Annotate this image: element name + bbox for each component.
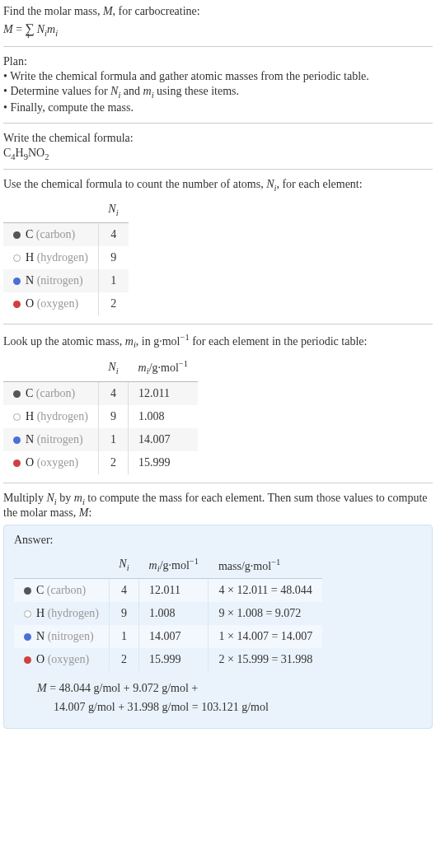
th-Ni: i [116,366,119,376]
mul-N: N [47,492,54,504]
cell-n: 1 [98,428,128,451]
hydrogen-dot-icon [24,610,31,618]
carbon-dot-icon [24,587,31,595]
multiply-heading: Multiply Ni by mi to compute the mass fo… [3,492,433,520]
table-row: O (oxygen) 2 [3,292,129,315]
mul-M: M [79,506,89,519]
chemical-formula: C4H9NO2 [3,147,433,161]
table-row: H (hydrogen) 9 1.008 9 × 1.008 = 9.072 [14,602,322,625]
eq-m: m [47,23,55,35]
oxygen-dot-icon [13,460,21,467]
final-equation: M = 48.044 g/mol + 9.072 g/mol + 14.007 … [37,679,422,716]
name-c: (carbon) [33,228,75,240]
mass-h-c: for each element in the periodic table: [190,335,368,348]
mass-h-exp: −1 [180,333,189,342]
cell-mass: 1 × 14.007 = 14.007 [209,625,322,648]
cell-m: 1.008 [139,602,209,625]
f-c: C [3,147,11,159]
table-row: N (nitrogen) 1 [3,269,129,292]
th-mass: mass/g·mol−1 [209,552,322,579]
oxygen-dot-icon [13,301,21,308]
answer-box: Answer: Ni mi/g·mol−1 mass/g·mol−1 C (ca… [3,525,433,729]
sym-c: C [26,387,33,399]
final-b: = 48.044 g/mol + 9.072 g/mol + [47,682,199,694]
intro-equation: M = ∑iNimi [3,21,433,38]
multiply-section: Multiply Ni by mi to compute the mass fo… [3,492,433,729]
th-ni: Ni [98,354,128,381]
cell-n: 2 [98,451,128,474]
mass-h-m: m [125,335,134,348]
name-o: (oxygen) [34,456,78,469]
count-h-N: N [266,178,274,190]
ath-N: N [119,558,126,570]
mass-h-b: , in g·mol [136,335,180,348]
th-mi: mi/g·mol−1 [129,354,198,381]
count-h-b: , for each element: [276,178,362,190]
count-heading: Use the chemical formula to count the nu… [3,178,433,193]
atom-count-table: Ni C (carbon) 4 H (hydrogen) 9 N (nitrog… [3,198,129,315]
cell-mass: 2 × 15.999 = 31.998 [209,648,322,671]
final-M: M [37,682,47,694]
f-h: H [16,147,24,159]
cell-n: 4 [98,222,128,246]
th-empty [14,552,109,579]
divider [3,46,433,47]
table-row: N (nitrogen) 1 14.007 [3,428,198,451]
mass-heading: Look up the atomic mass, mi, in g·mol−1 … [3,333,433,349]
cell-elem: C (carbon) [3,381,98,405]
hydrogen-dot-icon [13,254,21,262]
ath-munit: /g·mol [160,558,190,571]
nitrogen-dot-icon [13,278,21,285]
th-m: m [138,362,147,374]
sym-h: H [26,410,34,422]
ath-Ni: i [127,563,129,572]
plan2-a: • Determine values for [3,85,110,97]
plan2-c: using these items. [154,85,239,97]
cell-n: 9 [98,405,128,428]
mass-section: Look up the atomic mass, mi, in g·mol−1 … [3,333,433,474]
f-n: N [28,147,36,159]
cell-elem: C (carbon) [3,222,98,246]
name-c: (carbon) [33,387,75,399]
cell-n: 2 [109,648,138,671]
intro-line: Find the molar mass, M, for carbocreatin… [3,5,433,18]
cell-m: 1.008 [129,405,198,428]
cell-n: 9 [109,602,138,625]
name-n: (nitrogen) [34,433,82,446]
formula-section: Write the chemical formula: C4H9NO2 [3,132,433,161]
th-unit: /g·mol [149,362,179,374]
asym-c: C [36,584,44,596]
eq-equals: = [13,23,26,35]
plan2-b: and [120,85,143,97]
table-row: C (carbon) 4 [3,222,129,246]
aname-c: (carbon) [44,584,86,596]
cell-m: 14.007 [139,625,209,648]
table-row: O (oxygen) 2 15.999 [3,451,198,474]
cell-m: 12.011 [139,579,209,603]
cell-n: 1 [98,269,128,292]
intro-text: Find the molar mass, [3,5,103,17]
th-N: N [108,361,115,373]
mul-b: by [57,492,74,504]
cell-elem: N (nitrogen) [14,625,109,648]
final-line-2: 14.007 g/mol + 31.998 g/mol = 103.121 g/… [54,698,422,716]
cell-elem: C (carbon) [14,579,109,603]
cell-elem: O (oxygen) [3,451,98,474]
table-header-row: Ni mi/g·mol−1 [3,354,198,381]
table-row: H (hydrogen) 9 1.008 [3,405,198,428]
cell-elem: N (nitrogen) [3,269,98,292]
sym-o: O [26,456,34,469]
cell-n: 9 [98,246,128,269]
formula-heading: Write the chemical formula: [3,132,433,145]
plan-section: Plan: • Write the chemical formula and g… [3,55,433,114]
th-exp: −1 [179,359,188,368]
th-ni: Ni [98,198,128,222]
name-n: (nitrogen) [34,274,82,287]
sigma-sub: i [27,30,30,40]
ath-massexp: −1 [271,558,280,567]
ath-mass: mass/g·mol [218,559,271,572]
ath-m: m [149,558,157,571]
th-ni: Ni [109,552,138,579]
cell-n: 4 [109,579,138,603]
cell-elem: O (oxygen) [14,648,109,671]
